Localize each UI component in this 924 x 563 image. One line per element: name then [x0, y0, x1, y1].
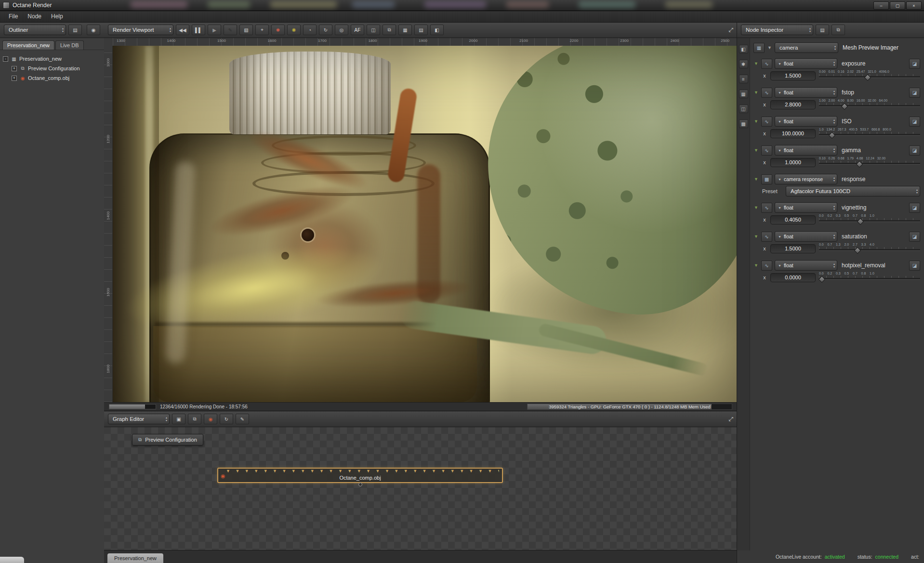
collapse-triangle-icon[interactable]: ▼ — [767, 45, 772, 50]
pen-tool-icon[interactable]: ✎ — [224, 25, 237, 35]
stepper-down-icon[interactable]: ▾ — [916, 191, 918, 194]
graph-tab-preservation-new[interactable]: Preservation_new — [107, 553, 163, 563]
value-input[interactable]: 2.8000 — [770, 100, 816, 109]
outliner-record-icon[interactable]: ◉ — [87, 25, 100, 35]
slider-groove[interactable] — [819, 105, 920, 107]
viewport-dropdown[interactable]: Render Viewport ▴ ▾ — [108, 25, 173, 35]
tree-expand-toggle[interactable]: + — [12, 66, 17, 71]
curve-icon[interactable]: ∿ — [761, 145, 772, 156]
render-view[interactable] — [113, 46, 737, 402]
stepper-down-icon[interactable]: ▾ — [833, 179, 835, 182]
stepper[interactable]: ▴ ▾ — [833, 118, 835, 124]
tab-preservation-new[interactable]: Preservation_new — [2, 40, 54, 50]
stepper-down-icon[interactable]: ▾ — [833, 92, 835, 95]
stepper-down-icon[interactable]: ▾ — [833, 265, 835, 268]
film-settings-icon[interactable]: ▦ — [398, 25, 412, 35]
graph-editor-dropdown[interactable]: Graph Editor ▴ ▾ — [108, 414, 170, 424]
import-obj-icon[interactable]: ◉ — [204, 414, 217, 424]
daylight-icon[interactable]: ❋ — [287, 25, 301, 35]
stepper-down-icon[interactable]: ▾ — [170, 30, 171, 33]
curve-icon[interactable]: ∿ — [761, 117, 772, 127]
ramp-icon[interactable]: ◪ — [909, 261, 920, 271]
import-node-icon[interactable]: ⧉ — [188, 414, 201, 424]
stepper-down-icon[interactable]: ▾ — [62, 30, 64, 33]
film-icon[interactable]: ▦ — [739, 90, 748, 98]
material-picker-icon[interactable]: ✱ — [271, 25, 285, 35]
param-type-dropdown[interactable]: ▼ float ▴ ▾ — [775, 202, 837, 213]
value-input[interactable]: 1.5000 — [770, 71, 816, 80]
preset-dropdown[interactable]: Agfacolor Futura 100CD ▴ ▾ — [786, 186, 920, 196]
collapse-triangle-icon[interactable]: ▼ — [753, 263, 759, 268]
stepper-down-icon[interactable]: ▾ — [833, 208, 835, 210]
stepper[interactable]: ▴ ▾ — [166, 416, 167, 422]
tab-live-db[interactable]: Live DB — [55, 40, 84, 50]
stepper[interactable]: ▴ ▾ — [170, 27, 171, 33]
stepper[interactable]: ▴ ▾ — [833, 176, 835, 182]
restart-render-icon[interactable]: ◀◀ — [176, 25, 189, 35]
menu-file[interactable]: File — [4, 12, 23, 21]
curve-icon[interactable]: ∿ — [761, 203, 772, 213]
response-icon[interactable]: ▩ — [761, 174, 772, 184]
ramp-icon[interactable]: ◪ — [909, 203, 920, 213]
stepper-down-icon[interactable]: ▾ — [809, 30, 811, 33]
stepper-down-icon[interactable]: ▾ — [833, 150, 835, 153]
curve-icon[interactable]: ∿ — [761, 59, 772, 69]
value-input[interactable]: 1.0000 — [770, 158, 816, 167]
value-input[interactable]: 1.5000 — [770, 244, 816, 253]
autofocus-toggle[interactable]: AF — [351, 25, 364, 35]
fstop-slider[interactable]: 1.00 2.00 4.00 8.00 16.00 32.00 64.00 — [819, 99, 920, 110]
minimize-button[interactable]: – — [873, 1, 889, 10]
stepper[interactable]: ▴ ▾ — [833, 262, 835, 268]
checker-icon[interactable]: ▩ — [739, 119, 748, 128]
menu-help[interactable]: Help — [46, 12, 68, 21]
param-type-dropdown[interactable]: ▼ camera response ▴ ▾ — [775, 174, 837, 184]
grid-settings-icon[interactable]: ▤ — [414, 25, 428, 35]
preview-mode-icon[interactable]: ◧ — [739, 45, 748, 53]
collapse-triangle-icon[interactable]: ▼ — [753, 90, 759, 95]
iso-slider[interactable]: 1.0 134.2 267.3 400.5 533.7 666.8 800.0 — [819, 128, 920, 139]
outliner-dropdown[interactable]: Outliner ▴ ▾ — [4, 25, 66, 35]
reload-graph-icon[interactable]: ↻ — [220, 414, 233, 424]
param-type-dropdown[interactable]: ▼ float ▴ ▾ — [775, 145, 837, 156]
stepper[interactable]: ▴ ▾ — [62, 27, 64, 33]
stepper[interactable]: ▴ ▾ — [833, 234, 835, 239]
stepper[interactable]: ▴ ▾ — [833, 147, 835, 153]
camera-type-dropdown[interactable]: camera ▴ ▾ — [775, 42, 838, 53]
stepper[interactable]: ▴ ▾ — [833, 205, 835, 210]
curve-icon[interactable]: ∿ — [761, 88, 772, 98]
param-type-dropdown[interactable]: ▼ float ▴ ▾ — [775, 116, 837, 127]
param-type-dropdown[interactable]: ▼ float ▴ ▾ — [775, 260, 837, 271]
node-graph-canvas[interactable]: ⧉ Preview Configuration ◉ ▼▼▼▼▼▼▼▼▼▼▼▼▼▼… — [104, 427, 737, 550]
menu-node[interactable]: Node — [23, 12, 46, 21]
octane-comp-obj-node[interactable]: ◉ ▼▼▼▼▼▼▼▼▼▼▼▼▼▼▼▼▼▼▼▼▼▼▼▼▼▼▼▼▼▼ Octane_… — [217, 468, 503, 483]
fullscreen-icon[interactable]: ⤢ — [728, 26, 733, 33]
stepper-down-icon[interactable]: ▾ — [166, 419, 167, 422]
outliner-layout-icon[interactable]: ▤ — [68, 25, 82, 35]
stepper[interactable]: ▴ ▾ — [833, 90, 835, 95]
fullscreen-icon[interactable]: ⤢ — [728, 416, 733, 422]
inspector-copy-icon[interactable]: ⧉ — [832, 25, 845, 35]
exposure-slider[interactable]: 0.00 0.01 0.16 2.02 25.47 321.0 4096.0 — [819, 70, 920, 81]
ramp-icon[interactable]: ◪ — [909, 88, 920, 98]
tree-row-octane-comp-obj[interactable]: + ◉ Octane_comp.obj — [12, 73, 101, 83]
param-type-dropdown[interactable]: ▼ float ▴ ▾ — [775, 58, 837, 69]
mixer-icon[interactable]: ≡ — [739, 75, 748, 83]
hotpixel-slider[interactable]: 0.0 0.2 0.3 0.5 0.7 0.8 1.0 — [819, 272, 920, 283]
save-image-icon[interactable]: ◫ — [367, 25, 380, 35]
ramp-icon[interactable]: ◪ — [909, 232, 920, 242]
stepper-down-icon[interactable]: ▾ — [833, 236, 835, 239]
maximize-button[interactable]: ▢ — [890, 1, 905, 10]
focus-picker-icon[interactable]: ⌖ — [255, 25, 269, 35]
saturation-slider[interactable]: 0.0 0.7 1.3 2.0 2.7 3.3 4.0 — [819, 243, 920, 254]
stepper[interactable]: ▴ ▾ — [834, 45, 836, 51]
value-input[interactable]: 0.4050 — [770, 215, 816, 224]
node-inspector-dropdown[interactable]: Node Inspector ▴ ▾ — [741, 25, 813, 35]
stepper-down-icon[interactable]: ▾ — [834, 48, 836, 51]
collapse-triangle-icon[interactable]: ▼ — [753, 148, 759, 153]
stepper-down-icon[interactable]: ▾ — [833, 121, 835, 124]
inspector-layout-icon[interactable]: ▤ — [816, 25, 829, 35]
vignetting-slider[interactable]: 0.0 0.2 0.3 0.5 0.7 0.8 1.0 — [819, 214, 920, 225]
new-graph-icon[interactable]: ▣ — [172, 414, 185, 424]
ramp-icon[interactable]: ◪ — [909, 145, 920, 156]
collapse-triangle-icon[interactable]: ▼ — [753, 61, 759, 66]
